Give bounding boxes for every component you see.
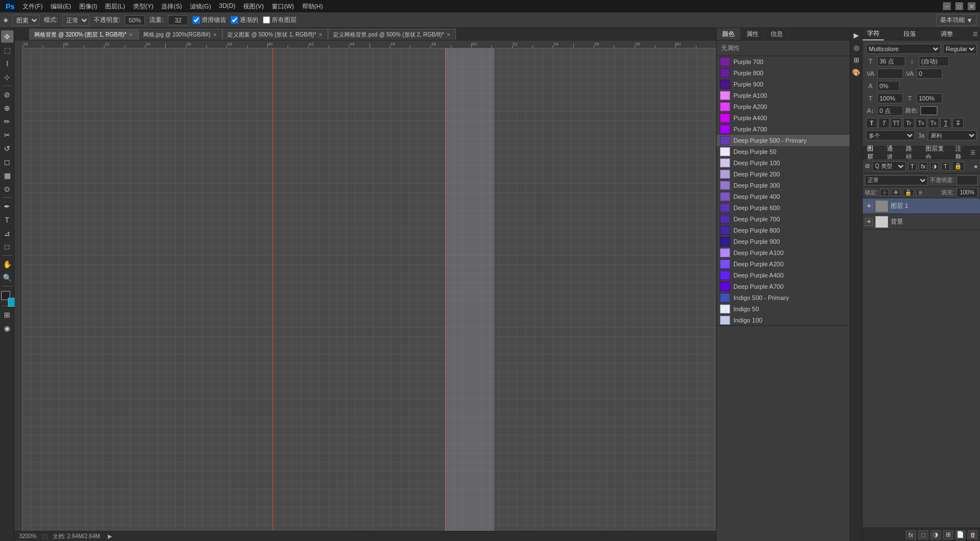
menu-item-f[interactable]: 文件(F) [19, 1, 46, 12]
tracking-input[interactable] [917, 69, 942, 79]
tab-adjustments[interactable]: 调整 [936, 28, 958, 40]
dodge-tool[interactable]: ⊙ [1, 183, 13, 195]
hand-tool[interactable]: ✋ [1, 258, 13, 270]
swatch-row[interactable]: Purple 800 [717, 67, 850, 79]
swatch-row[interactable]: Purple A200 [717, 101, 850, 112]
menu-item-v[interactable]: 视图(V) [240, 1, 267, 12]
workspace-switcher[interactable]: 基本功能 ▼ [936, 14, 977, 26]
swatch-row[interactable]: Indigo 50 [717, 303, 850, 315]
tab-close-icon[interactable]: ✕ [213, 32, 217, 38]
mode-select[interactable]: 正常 [62, 15, 89, 26]
collapse-icon[interactable]: ▶ [851, 30, 862, 40]
lock-pixels-btn[interactable]: ⊹ [880, 189, 889, 196]
smallcaps-button[interactable]: Tr [903, 118, 914, 128]
opacity-value[interactable]: 36% [956, 175, 978, 185]
tab-paragraph[interactable]: 段落 [899, 28, 920, 40]
swatch-row[interactable]: Deep Purple 200 [717, 169, 850, 180]
heal-tool[interactable]: ⊕ [1, 102, 13, 114]
swatch-row[interactable]: Purple 700 [717, 56, 850, 67]
new-group-button[interactable]: ⊞ [943, 530, 953, 539]
new-layer-button[interactable]: 📄 [955, 530, 965, 539]
filter-toggle[interactable]: ● [974, 163, 978, 170]
swatch-row[interactable]: Deep Purple 100 [717, 157, 850, 169]
lock-all-btn[interactable]: 🔒 [902, 189, 914, 196]
clone-tool[interactable]: ✂ [1, 129, 13, 141]
baseline-input[interactable] [877, 106, 903, 116]
char-color-swatch[interactable] [920, 106, 937, 115]
move-tool[interactable]: ✥ [1, 30, 13, 43]
tab-close-icon[interactable]: ✕ [318, 32, 323, 38]
pen-tool[interactable]: ✒ [1, 200, 13, 212]
tab-close-icon[interactable]: ✕ [446, 32, 451, 38]
opacity-input[interactable] [125, 15, 145, 25]
screen-mode[interactable]: ⊞ [1, 308, 13, 321]
close-button[interactable]: ✕ [968, 2, 976, 10]
filter-smart-btn[interactable]: T [941, 162, 950, 171]
layers-panel-menu[interactable]: ☰ [970, 149, 978, 156]
delete-layer-button[interactable]: 🗑 [968, 530, 978, 539]
layer-row[interactable]: 👁背景 [863, 214, 980, 230]
zoom-tool[interactable]: 🔍 [1, 271, 13, 284]
swatch-row[interactable]: Deep Purple 700 [717, 213, 850, 225]
layer-fx-button[interactable]: fx [906, 530, 916, 539]
swatch-row[interactable]: Deep Purple A100 [717, 247, 850, 258]
filter-t-btn[interactable]: T [908, 162, 917, 171]
font-size-input[interactable] [877, 56, 905, 66]
rotate-icon[interactable]: ◎ [851, 43, 862, 53]
nav-arrow[interactable]: ▶ [108, 533, 112, 539]
strikethrough-button[interactable]: T [952, 118, 964, 128]
kerning-input[interactable] [877, 69, 903, 79]
swatch-row[interactable]: Purple 900 [717, 79, 850, 90]
line-height-input[interactable] [919, 56, 949, 66]
fill-value[interactable] [956, 188, 978, 198]
maximize-button[interactable]: □ [955, 2, 963, 10]
airbrush-checkbox[interactable] [231, 16, 238, 24]
select-tool[interactable]: ⬚ [1, 44, 13, 56]
tab-properties[interactable]: 属性 [741, 28, 765, 40]
language-select[interactable]: 多个 [866, 130, 915, 140]
tab-close-icon[interactable]: ✕ [129, 32, 133, 38]
swatch-row[interactable]: Deep Purple 400 [717, 191, 850, 202]
minimize-button[interactable]: ─ [943, 2, 951, 10]
tab-info[interactable]: 信息 [765, 28, 789, 40]
layer-visibility-icon[interactable]: 👁 [865, 218, 873, 226]
swatch-row[interactable]: Indigo 500 - Primary [717, 292, 850, 303]
doc-tab[interactable]: 网格背景 @ 3200% (图层 1, RGB/8)* ✕ [29, 29, 138, 40]
layer-adj-button[interactable]: ◑ [931, 530, 941, 539]
lock-move-btn[interactable]: ✥ [891, 189, 900, 196]
swatch-row[interactable]: Purple A700 [717, 124, 850, 135]
scale-v-input[interactable] [877, 93, 903, 103]
shape-select[interactable]: 图素 [12, 15, 39, 26]
swatch-row[interactable]: Deep Purple A200 [717, 258, 850, 270]
color-icon[interactable]: 🎨 [851, 67, 862, 78]
color-swatches[interactable] [1, 291, 13, 303]
swatch-row[interactable]: Deep Purple 500 - Primary [717, 135, 850, 146]
doc-tab[interactable]: 定义图案 @ 500% (形状 1, RGB/8)* ✕ [222, 29, 329, 40]
brush-tool[interactable]: ✏ [1, 115, 13, 128]
layer-row[interactable]: 👁图层 1 [863, 198, 980, 214]
underline-button[interactable]: T [940, 118, 951, 128]
antialiasing-select[interactable]: 犀利 [928, 130, 977, 140]
bold-button[interactable]: T [866, 118, 877, 128]
tab-character[interactable]: 字符 [863, 28, 884, 40]
swatch-row[interactable]: Deep Purple A400 [717, 270, 850, 281]
menu-item-e[interactable]: 编辑(E) [47, 1, 75, 12]
menu-item-dd[interactable]: 3D(D) [216, 1, 239, 12]
all-layers-checkbox[interactable] [263, 16, 270, 24]
text-tool[interactable]: T [1, 213, 13, 226]
filter-lock-btn[interactable]: 🔒 [952, 161, 964, 171]
layer-mask-button[interactable]: □ [918, 530, 928, 539]
menu-item-w[interactable]: 窗口(W) [268, 1, 298, 12]
swatch-row[interactable]: Deep Purple 800 [717, 225, 850, 236]
gradient-tool[interactable]: ▦ [1, 169, 13, 181]
menu-item-i[interactable]: 图像(I) [76, 1, 101, 12]
italic-button[interactable]: T [878, 118, 890, 128]
menu-item-g[interactable]: 滤镜(G) [186, 1, 215, 12]
font-family-select[interactable]: Multicolore [866, 44, 941, 54]
swatch-row[interactable]: Deep Purple A700 [717, 281, 850, 292]
layer-visibility-icon[interactable]: 👁 [865, 202, 873, 210]
lock-artboard-btn[interactable]: ⊞ [916, 189, 925, 196]
subscript-button[interactable]: Ts [928, 118, 939, 128]
swatch-row[interactable]: Purple A100 [717, 90, 850, 101]
superscript-button[interactable]: Ts [915, 118, 927, 128]
